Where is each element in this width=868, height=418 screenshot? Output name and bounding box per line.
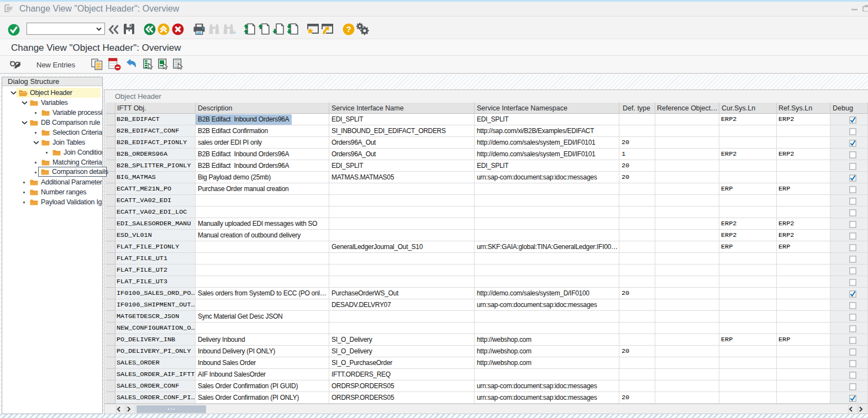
- svg-text:?: ?: [346, 24, 351, 34]
